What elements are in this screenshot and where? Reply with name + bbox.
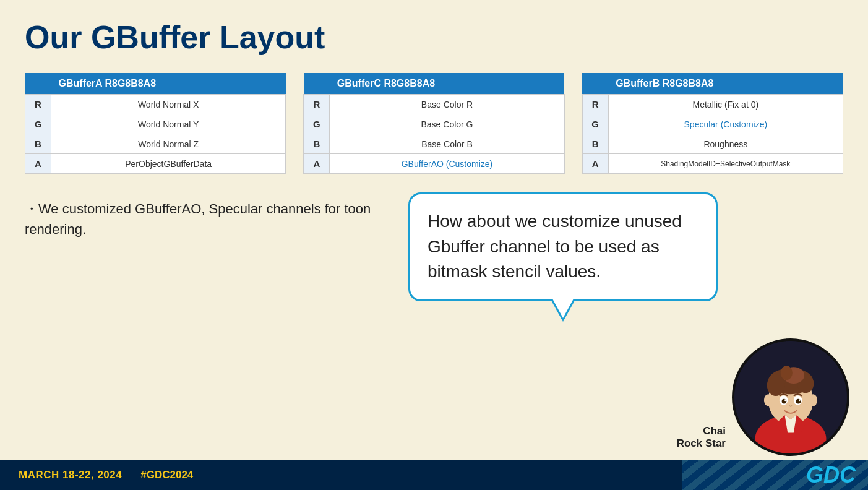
row-a-letter: A: [304, 154, 330, 174]
row-r-letter: R: [25, 95, 51, 114]
speech-bubble-text: How about we customize unused Gbuffer ch…: [428, 212, 682, 281]
bullet-text: ・We customized GBufferAO, Specular chann…: [25, 192, 384, 301]
character-name: Chai Rock Star: [677, 425, 726, 450]
row-b-letter: B: [304, 134, 330, 154]
row-g-value: Base Color G: [330, 114, 564, 134]
row-g-value: World Normal Y: [51, 114, 286, 134]
row-r-value: Base Color R: [330, 95, 564, 114]
row-a-value-link: GBufferAO (Customize): [330, 154, 564, 174]
gdc-logo: GDC: [806, 462, 856, 488]
row-b-value: World Normal Z: [51, 134, 286, 154]
speech-bubble-area: How about we customize unused Gbuffer ch…: [408, 192, 843, 301]
svg-point-14: [799, 399, 801, 401]
row-g-letter: G: [582, 114, 608, 134]
row-a-letter: A: [25, 154, 51, 174]
character-name-line1: Chai: [677, 425, 726, 437]
gbuffer-b-table: GBufferB R8G8B8A8 R Metallic (Fix at 0) …: [582, 73, 843, 174]
row-r-letter: R: [582, 95, 608, 114]
page-title: Our GBuffer Layout: [25, 19, 843, 56]
footer: MARCH 18-22, 2024 #GDC2024 GDC: [0, 460, 868, 490]
row-b-letter: B: [25, 134, 51, 154]
row-r-value: Metallic (Fix at 0): [608, 95, 843, 114]
tables-row: GBufferA R8G8B8A8 R World Normal X G Wor…: [25, 73, 843, 174]
row-a-value: ShadingModelID+SelectiveOutputMask: [608, 154, 843, 174]
footer-date: MARCH 18-22, 2024: [19, 469, 122, 481]
gbuffer-a-header: GBufferA R8G8B8A8: [51, 73, 286, 95]
svg-point-13: [784, 399, 786, 401]
row-b-value: Base Color B: [330, 134, 564, 154]
row-r-value: World Normal X: [51, 95, 286, 114]
svg-point-8: [781, 366, 793, 380]
footer-hashtag: #GDC2024: [140, 469, 193, 481]
row-g-letter: G: [25, 114, 51, 134]
character-name-line2: Rock Star: [677, 437, 726, 450]
row-a-value: PerObjectGBufferData: [51, 154, 286, 174]
row-b-value: Roughness: [608, 134, 843, 154]
main-content: Our GBuffer Layout GBufferA R8G8B8A8 R W…: [0, 0, 868, 314]
svg-point-5: [767, 375, 785, 396]
gbuffer-c-table: GBufferC R8G8B8A8 R Base Color R G Base …: [303, 73, 564, 174]
row-b-letter: B: [582, 134, 608, 154]
row-a-letter: A: [582, 154, 608, 174]
svg-point-15: [764, 394, 772, 406]
character-svg: [734, 338, 847, 456]
gbuffer-c-header: GBufferC R8G8B8A8: [330, 73, 564, 95]
bottom-section: ・We customized GBufferAO, Specular chann…: [25, 192, 843, 301]
row-g-value-link: Specular (Customize): [608, 114, 843, 134]
svg-point-16: [809, 394, 817, 406]
row-r-letter: R: [304, 95, 330, 114]
character-circle: [732, 338, 849, 456]
character-container: Chai Rock Star: [677, 338, 849, 456]
gbuffer-b-header: GBufferB R8G8B8A8: [608, 73, 843, 95]
speech-bubble: How about we customize unused Gbuffer ch…: [408, 192, 718, 301]
gbuffer-a-table: GBufferA R8G8B8A8 R World Normal X G Wor…: [25, 73, 286, 174]
row-g-letter: G: [304, 114, 330, 134]
